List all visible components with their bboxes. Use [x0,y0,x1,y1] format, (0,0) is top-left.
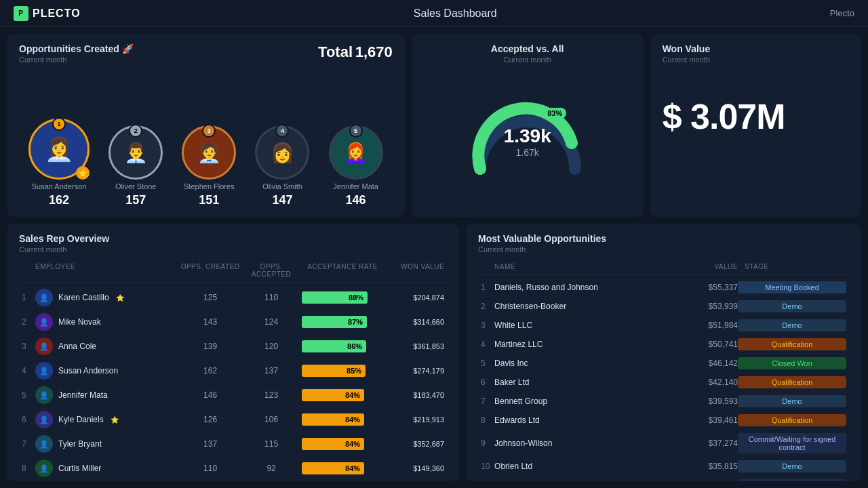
emp-name: Anna Cole [58,342,96,351]
row-num: 1 [22,293,35,302]
avatar-score: 151 [199,193,219,207]
employee-cell: 👤 Curtis Miller [35,460,180,477]
opp-table-row: 3 White LLC $51,984 Demo [478,316,849,335]
opp-col-name: NAME [494,263,684,270]
gauge-value: 1.39k [504,125,551,147]
won-cell: $219,913 [383,415,444,424]
emp-avatar: 👤 [35,411,53,428]
stage-badge: Demo [738,395,846,407]
cell-accepted: 106 [241,415,302,424]
stage-badge: Qualification [738,414,846,426]
progress-bar: 84% [302,438,364,450]
gauge-total: 1.67k [504,147,551,158]
table-row: 6 👤 Kyle Daniels ⭐ 126 106 84% $219,913 [19,407,447,432]
emp-name: Jennifer Mata [58,390,108,400]
avatar-name: Olivia Smith [262,182,302,190]
opp-table-row: 11 Hughes, Reynolds and Martinez $35,687… [478,476,849,481]
avatar-item: 👩‍💼1⭐Susan Anderson162 [28,119,90,207]
star-badge: ⭐ [76,166,90,180]
logo: P PLECTO [14,6,81,21]
won-cell: $149,360 [383,464,444,472]
cell-created: 110 [180,464,241,473]
acceptance-cell: 84% [302,413,383,426]
acceptance-cell: 87% [302,316,383,328]
table-row: 3 👤 Anna Cole 139 120 86% $361,853 [19,334,447,359]
opp-table-row: 2 Christensen-Booker $53,939 Demo [478,297,849,316]
gauge-subtitle: Current month [504,56,551,64]
logo-text: PLECTO [33,7,81,20]
employee-cell: 👤 Kyle Daniels ⭐ [35,411,180,428]
sales-rep-subtitle: Current month [19,245,447,253]
row-num: 6 [22,415,35,424]
table-row: 4 👤 Susan Anderson 162 137 85% $274,179 [19,359,447,383]
opp-table-row: 5 Davis Inc $46,142 Closed Won [478,354,849,373]
cell-accepted: 120 [241,342,302,351]
opp-value: $53,939 [684,302,738,311]
cell-accepted: 110 [241,293,302,302]
won-cell: $361,853 [383,342,444,350]
stage-badge: Qualification [738,376,846,388]
won-value-display: $ 3.07M [663,96,785,137]
emp-name: Curtis Miller [58,464,101,473]
opp-name: Obrien Ltd [494,462,684,471]
acceptance-cell: 85% [302,365,383,377]
cell-created: 126 [180,415,241,424]
opp-col-stage: STAGE [738,263,846,270]
employee-cell: 👤 Susan Anderson [35,362,180,380]
rank-badge: 1 [52,117,66,131]
emp-avatar: 👤 [35,386,53,404]
avatar-score: 146 [346,193,366,207]
opp-total-label: Total [318,43,353,60]
cell-accepted: 123 [241,390,302,400]
opp-subtitle: Current month [19,56,134,64]
top-row: Opportunities Created 🚀 Current month To… [0,27,868,224]
row-num: 7 [22,439,35,449]
sales-rep-title: Sales Rep Overview [19,233,447,244]
won-value-card: Won Value Current month $ 3.07M [650,34,861,217]
col-opps-accepted: OPPS. ACCEPTED [241,263,302,278]
opp-table-row: 1 Daniels, Russo and Johnson $55,337 Mee… [478,278,849,297]
avatar-wrapper: 👩‍🦰5 [329,125,383,180]
emp-avatar: 👤 [35,362,53,380]
progress-bar: 88% [302,291,368,304]
row-num: 3 [481,321,494,330]
cell-accepted: 92 [241,464,302,473]
most-valuable-subtitle: Current month [478,245,849,253]
progress-bar: 87% [302,316,367,328]
main-content: Opportunities Created 🚀 Current month To… [0,27,868,488]
row-num: 7 [481,396,494,406]
opp-value: $42,140 [684,378,738,387]
row-num: 1 [481,283,494,292]
table-row: 1 👤 Karen Castillo ⭐ 125 110 88% $204,87… [19,285,447,310]
won-cell: $352,687 [383,440,444,448]
sales-rep-card: Sales Rep Overview Current month EMPLOYE… [7,224,459,481]
opp-value: $50,741 [684,340,738,349]
won-cell: $183,470 [383,391,444,399]
employee-cell: 👤 Mike Novak [35,313,180,331]
opp-name: Johnson-Wilson [494,439,684,448]
stage-badge: Qualification [738,338,846,350]
gauge-percent: 83% [543,108,566,119]
cell-created: 162 [180,366,241,375]
avatar-wrapper: 👨‍💼2 [108,125,163,180]
most-valuable-header: NAME VALUE STAGE [478,259,849,275]
opp-name: Martinez LLC [494,340,684,349]
rank-badge: 4 [275,124,289,138]
opp-value: $51,984 [684,321,738,330]
opp-col-value: VALUE [684,263,738,270]
row-num: 10 [481,462,494,471]
avatar-name: Susan Anderson [32,182,87,190]
row-num: 2 [22,317,35,327]
avatars-row: 👩‍💼1⭐Susan Anderson162👨‍💼2Oliver Stone15… [19,76,393,207]
progress-bar: 84% [302,389,364,401]
accepted-vs-all-card: Accepted vs. All Current month 1.39k 1.6… [412,34,644,217]
employee-cell: 👤 Karen Castillo ⭐ [35,289,180,306]
sales-rep-header: EMPLOYEE OPPS. CREATED OPPS. ACCEPTED AC… [19,259,447,283]
avatar-wrapper: 👩‍💼1⭐ [28,119,90,180]
opportunities-created-card: Opportunities Created 🚀 Current month To… [7,34,405,217]
row-num: 6 [481,378,494,387]
opp-value: $39,593 [684,396,738,406]
acceptance-cell: 88% [302,291,383,304]
opp-title: Opportunities Created 🚀 [19,43,134,54]
col-won-value: WON VALUE [383,263,444,278]
